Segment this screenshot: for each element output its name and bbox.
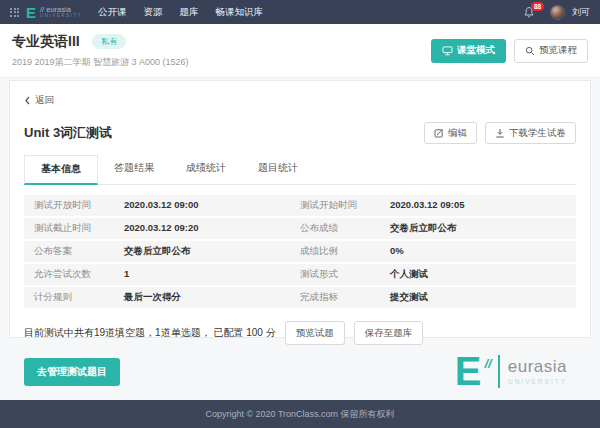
nav-item-question-bank[interactable]: 题库 xyxy=(180,6,199,19)
info-label: 测试开放时间 xyxy=(34,199,124,212)
info-label: 成绩比例 xyxy=(300,245,390,258)
notifications-bell[interactable]: 88 xyxy=(523,6,535,19)
top-navbar: E // eurasia UNIVERSITY 公开课 资源 题库 畅课知识库 … xyxy=(0,0,600,24)
search-icon xyxy=(525,46,535,56)
nav-item-knowledge-base[interactable]: 畅课知识库 xyxy=(216,6,264,19)
page-body: 返回 Unit 3词汇测试 编辑 下载学生试卷 xyxy=(0,78,600,400)
eurasia-logo-mark: E xyxy=(455,354,482,388)
info-label: 测试截止时间 xyxy=(34,222,124,235)
info-value: 2020.03.12 09:00 xyxy=(124,199,198,212)
brand-name: eurasia xyxy=(508,357,567,377)
table-row: 计分规则 最后一次得分 完成指标 提交测试 xyxy=(24,287,576,308)
question-summary-text: 目前测试中共有19道填空题，1道单选题， 已配置 100 分 xyxy=(24,326,276,340)
manage-questions-button[interactable]: 去管理测试题目 xyxy=(24,358,120,386)
info-value: 最后一次得分 xyxy=(124,291,181,304)
main-nav-menu: 公开课 资源 题库 畅课知识库 xyxy=(98,6,263,19)
info-label: 测试开始时间 xyxy=(300,199,390,212)
info-label: 公布成绩 xyxy=(300,222,390,235)
notification-count-badge: 88 xyxy=(531,2,544,11)
info-value: 2020.03.12 09:05 xyxy=(390,199,464,212)
exam-info-table: 测试开放时间 2020.03.12 09:00 测试开始时间 2020.03.1… xyxy=(24,195,576,308)
course-title: 专业英语III xyxy=(12,33,80,49)
user-avatar[interactable] xyxy=(550,5,565,20)
visibility-badge: 私有 xyxy=(92,34,126,49)
eurasia-logo-text: // eurasia UNIVERSITY xyxy=(40,6,82,19)
download-icon xyxy=(495,128,505,138)
classroom-mode-button[interactable]: 课堂模式 xyxy=(431,39,506,63)
tab-question-stats[interactable]: 题目统计 xyxy=(242,155,314,184)
nav-item-open-courses[interactable]: 公开课 xyxy=(98,6,127,19)
tab-grade-stats[interactable]: 成绩统计 xyxy=(170,155,242,184)
app-launcher-icon[interactable] xyxy=(10,8,19,17)
footer-bar: Copyright © 2020 TronClass.com 保留所有权利 xyxy=(0,400,600,428)
save-to-question-bank-button[interactable]: 保存至题库 xyxy=(354,321,424,345)
info-value: 交卷后立即公布 xyxy=(124,245,191,258)
copyright-text: Copyright © 2020 TronClass.com 保留所有权利 xyxy=(205,408,394,421)
info-label: 公布答案 xyxy=(34,245,124,258)
edit-button[interactable]: 编辑 xyxy=(424,122,477,144)
brand-subtitle: UNIVERSITY xyxy=(508,378,567,385)
info-label: 允许尝试次数 xyxy=(34,268,124,281)
user-name[interactable]: 刘可 xyxy=(572,6,590,19)
info-value: 个人测试 xyxy=(390,268,428,281)
info-value: 1 xyxy=(124,268,129,281)
tab-basic-info[interactable]: 基本信息 xyxy=(24,155,98,185)
table-row: 测试截止时间 2020.03.12 09:20 公布成绩 交卷后立即公布 xyxy=(24,218,576,239)
info-value: 2020.03.12 09:20 xyxy=(124,222,198,235)
nav-item-resources[interactable]: 资源 xyxy=(144,6,163,19)
download-student-paper-button[interactable]: 下载学生试卷 xyxy=(485,122,576,144)
info-label: 测试形式 xyxy=(300,268,390,281)
exam-title: Unit 3词汇测试 xyxy=(24,124,112,142)
exam-tabs: 基本信息 答题结果 成绩统计 题目统计 xyxy=(24,155,576,185)
info-label: 计分规则 xyxy=(34,291,124,304)
eurasia-logo-mark: E xyxy=(26,5,36,20)
info-value: 交卷后立即公布 xyxy=(390,222,457,235)
tab-answer-results[interactable]: 答题结果 xyxy=(98,155,170,184)
preview-course-button[interactable]: 预览课程 xyxy=(514,39,588,63)
table-row: 测试开放时间 2020.03.12 09:00 测试开始时间 2020.03.1… xyxy=(24,195,576,216)
table-row: 公布答案 交卷后立即公布 成绩比例 0% xyxy=(24,241,576,262)
course-header: 专业英语III 私有 2019 2019第二学期 智慧旅游 3 A000 (15… xyxy=(0,24,600,78)
info-value: 0% xyxy=(390,245,404,258)
course-subtitle: 2019 2019第二学期 智慧旅游 3 A000 (1526) xyxy=(12,56,189,69)
edit-icon xyxy=(434,128,444,138)
back-link[interactable]: 返回 xyxy=(24,94,54,107)
logo-slashes: // xyxy=(485,356,492,371)
info-value: 提交测试 xyxy=(390,291,428,304)
chevron-left-icon xyxy=(24,96,31,105)
exam-detail-card: 返回 Unit 3词汇测试 编辑 下载学生试卷 xyxy=(9,80,591,338)
table-row: 允许尝试次数 1 测试形式 个人测试 xyxy=(24,264,576,285)
logo-divider xyxy=(498,355,500,388)
info-label: 完成指标 xyxy=(300,291,390,304)
monitor-icon xyxy=(442,46,453,56)
preview-questions-button[interactable]: 预览试题 xyxy=(285,321,345,345)
